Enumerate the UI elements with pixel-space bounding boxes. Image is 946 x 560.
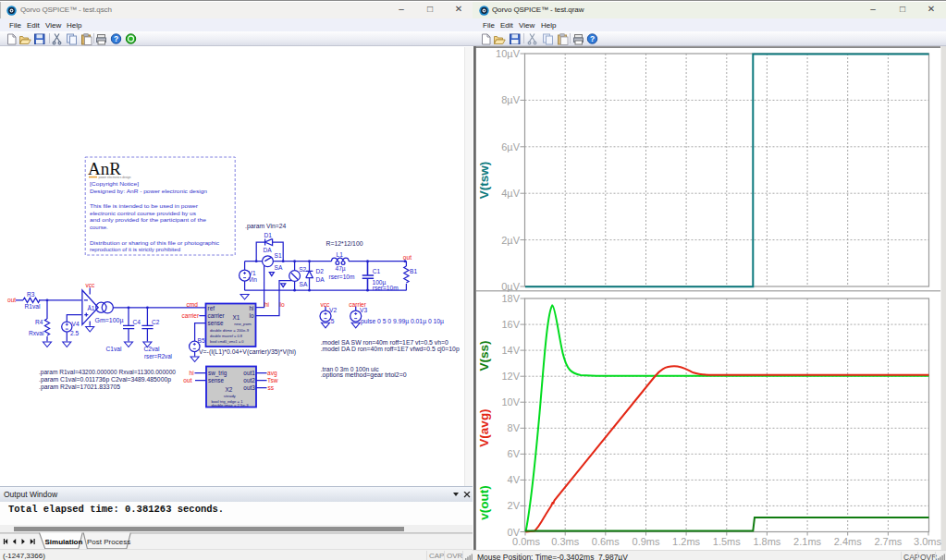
svg-text:1.2ms: 1.2ms [672, 536, 700, 547]
svg-text:14V: 14V [501, 345, 520, 356]
svg-text:vcc: vcc [86, 282, 96, 288]
svg-text:0.6ms: 0.6ms [592, 536, 620, 547]
svg-text:R3: R3 [27, 291, 35, 298]
svg-text:double maxref = 0.8: double maxref = 0.8 [210, 334, 243, 338]
svg-text:ss: ss [267, 384, 274, 391]
svg-text:2V: 2V [508, 500, 521, 511]
svg-text:hi: hi [190, 370, 195, 376]
svg-text:sense: sense [208, 377, 224, 383]
svg-text:SA: SA [300, 281, 308, 287]
svg-text:0.9ms: 0.9ms [633, 536, 660, 547]
svg-text:?: ? [590, 34, 595, 43]
svg-text:2.5: 2.5 [70, 330, 79, 336]
svg-text:lo: lo [280, 301, 285, 308]
svg-text:18V: 18V [501, 293, 520, 304]
svg-text:S2: S2 [299, 266, 306, 273]
svg-text:steady: steady [224, 394, 237, 398]
svg-text:Distribution or sharing of thi: Distribution or sharing of this file or … [90, 240, 219, 246]
svg-text:hi: hi [264, 301, 270, 308]
svg-text:5: 5 [331, 318, 335, 324]
svg-text:R1val: R1val [25, 303, 41, 310]
svg-text:Post Process: Post Process [87, 538, 130, 546]
svg-text:Ā1: Ā1 [87, 305, 94, 311]
svg-text:new_pwm: new_pwm [234, 322, 252, 326]
svg-text:.model DA D ron=40m roff=1E7 v: .model DA D ron=40m roff=1E7 vfwd=0.5 cj… [321, 346, 460, 353]
svg-text:R4: R4 [35, 319, 43, 325]
svg-text:vcc: vcc [321, 301, 331, 308]
svg-text:course.: course. [90, 225, 108, 230]
svg-text:lo: lo [250, 312, 254, 319]
svg-text:SA: SA [275, 264, 283, 271]
svg-text:Simulation: Simulation [45, 538, 83, 546]
svg-text:.model SA SW ron=40m roff=1E7: .model SA SW ron=40m roff=1E7 vt=0.5 vh=… [321, 339, 448, 346]
svg-text:out: out [183, 377, 191, 383]
svg-text:Rxval: Rxval [29, 330, 44, 336]
svg-text:C1: C1 [373, 268, 381, 274]
svg-text:R=12*12/100: R=12*12/100 [326, 240, 363, 247]
svg-text:reproduction of it is strictly: reproduction of it is strictly prohibite… [90, 247, 180, 252]
svg-text:power electronics design: power electronics design [99, 176, 131, 179]
svg-text:2µV: 2µV [501, 235, 520, 246]
svg-text:[Copyright Notice]: [Copyright Notice] [90, 181, 139, 187]
svg-text:6V: 6V [508, 448, 521, 459]
svg-text:carrier: carrier [208, 312, 226, 319]
svg-text:8µV: 8µV [501, 94, 520, 105]
svg-text:4V: 4V [508, 474, 521, 485]
svg-text:D2: D2 [316, 268, 325, 274]
svg-text:and only provided for the part: and only provided for the participant of… [90, 217, 207, 223]
svg-text:?: ? [114, 34, 118, 43]
svg-text:.param C1val=0.011736p C2val=3: .param C1val=0.011736p C2val=3489.485000… [39, 376, 171, 383]
svg-text:C1val: C1val [106, 346, 122, 352]
svg-text:0µV: 0µV [501, 281, 520, 292]
svg-text:B5: B5 [198, 337, 205, 344]
svg-text:v(out): v(out) [477, 485, 491, 520]
svg-text:.options method=gear trtol2=0: .options method=gear trtol2=0 [321, 371, 407, 379]
svg-text:C2: C2 [152, 319, 160, 325]
svg-text:rser=10m: rser=10m [329, 274, 355, 280]
svg-text:carrier: carrier [182, 312, 200, 319]
svg-text:1.8ms: 1.8ms [753, 536, 780, 547]
svg-text:Vin: Vin [249, 276, 258, 283]
svg-text:V2: V2 [329, 307, 337, 313]
svg-text:C4: C4 [133, 319, 141, 325]
svg-text:8V: 8V [508, 422, 521, 433]
svg-text:Tsw: Tsw [267, 377, 278, 383]
svg-text:1.5ms: 1.5ms [713, 536, 741, 547]
svg-text:pulse 0 5 0 9.99µ 0.01µ 0 10µ: pulse 0 5 0 9.99µ 0.01µ 0 10µ [361, 318, 444, 325]
svg-text:sense: sense [208, 320, 224, 326]
svg-text:double dtime = 200e-9: double dtime = 200e-9 [210, 328, 250, 333]
svg-text:double tmax = 2.5e-3: double tmax = 2.5e-3 [212, 403, 250, 408]
svg-text:out2: out2 [243, 377, 255, 383]
svg-text:0.3ms: 0.3ms [551, 536, 579, 547]
svg-text:rser=10m: rser=10m [373, 285, 399, 291]
svg-text:C2val: C2val [144, 346, 160, 352]
svg-text:V(tsw): V(tsw) [477, 162, 491, 200]
svg-text:carrier: carrier [349, 301, 366, 308]
svg-text:.param Vin=24: .param Vin=24 [245, 223, 286, 230]
svg-text:bool cmd0_vmc1 = 0: bool cmd0_vmc1 = 0 [210, 339, 244, 344]
svg-text:Gm=100µ: Gm=100µ [95, 317, 124, 324]
svg-text:V1: V1 [249, 270, 256, 276]
svg-text:12V: 12V [501, 371, 520, 382]
svg-text:10V: 10V [501, 396, 520, 408]
svg-text:cmd: cmd [187, 301, 199, 308]
svg-text:avg: avg [267, 370, 277, 377]
svg-text:V=-(I(L1)*0.04+V(carrier)/35)*: V=-(I(L1)*0.04+V(carrier)/35)*V(hi) [199, 348, 296, 356]
svg-text:V(avg): V(avg) [477, 408, 491, 446]
svg-text:X2: X2 [226, 386, 233, 393]
svg-text:V4: V4 [72, 321, 80, 327]
svg-text:V(ss): V(ss) [477, 340, 491, 371]
svg-text:Designed by: AnR - power elect: Designed by: AnR - power electronic desi… [90, 189, 207, 194]
svg-text:47µ: 47µ [336, 265, 346, 273]
svg-text:S1: S1 [275, 252, 282, 259]
svg-text:ref: ref [208, 305, 215, 311]
svg-text:10µV: 10µV [496, 48, 521, 59]
svg-text:sw_trig: sw_trig [208, 370, 227, 377]
svg-text:2.1ms: 2.1ms [793, 536, 821, 547]
svg-text:2.4ms: 2.4ms [834, 536, 862, 547]
svg-text:rser=R2val: rser=R2val [144, 353, 172, 359]
svg-text:DA: DA [316, 276, 326, 283]
svg-text:electronic control course prov: electronic control course provided by us [90, 211, 196, 216]
svg-text:hi: hi [250, 305, 254, 311]
svg-text:B1: B1 [410, 268, 417, 274]
